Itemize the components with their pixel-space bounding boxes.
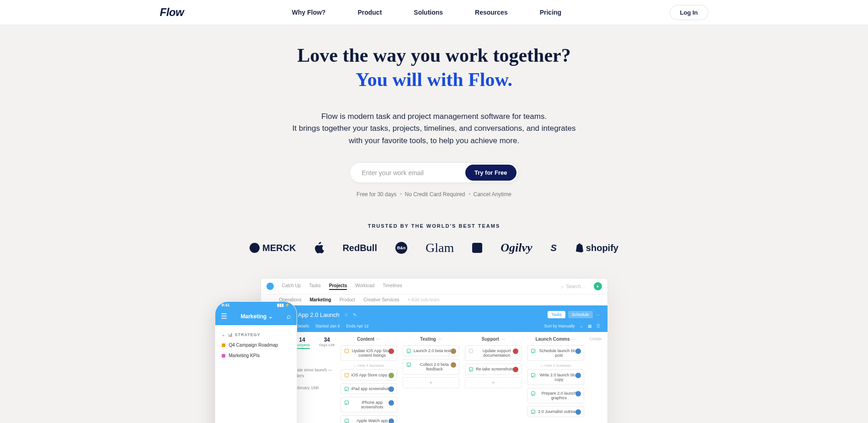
hero-headline: Love the way you work together? You will… <box>9 43 859 91</box>
tab-projects: Projects <box>329 283 347 290</box>
meta-started: Started Jan 8 <box>315 324 340 328</box>
hero: Love the way you work together? You will… <box>0 25 868 423</box>
subtask-header: — Hide 4 Subtasks <box>341 364 397 368</box>
more-icon: ⋯ <box>596 312 600 317</box>
phone-mockup: 9:41 ▮▮▮ ⚡ ☰ Marketing ⌄ ⌕ ⌄ 📊 STRATEGY … <box>215 301 297 423</box>
brand-shopify: shopify <box>575 243 618 253</box>
task-card: ✓Collect 2.0 beta feedback <box>403 359 459 375</box>
hero-desc-1: Flow is modern task and project manageme… <box>293 111 576 123</box>
task-card: ✓Prepare 2.0 launch graphics <box>527 388 584 403</box>
hero-line1: Love the way you work together? <box>297 45 570 66</box>
phone-item: Marketing KPIs <box>222 350 290 361</box>
kanban-body: 7In Progress 14Complete 34Days Left 2 ta… <box>261 332 607 423</box>
app-logo-icon <box>266 283 274 290</box>
brand-logos: MERCK RedBull B&o Glam Ogilvy S shopify <box>9 241 859 255</box>
phone-section: ⌄ 📊 STRATEGY <box>222 332 290 337</box>
login-button[interactable]: Log In <box>670 5 708 20</box>
nav-solutions[interactable]: Solutions <box>414 9 443 16</box>
col-title-content: Content ⋯ <box>341 337 397 342</box>
task-card: iOS App Store copy <box>341 369 397 380</box>
search-icon: ⌕ <box>561 284 564 289</box>
subtab-product: Product <box>340 297 355 302</box>
task-card: ✓iPhone app screenshots <box>341 397 397 412</box>
hero-line2: You will with Flow. <box>356 69 512 90</box>
create-column: Create <box>590 337 602 341</box>
app-tabs: Catch Up Tasks Projects Workload Timelin… <box>282 283 402 290</box>
sub-free-30: Free for 30 days <box>357 191 396 198</box>
sub-cancel: Cancel Anytime <box>474 191 511 198</box>
hero-desc-2: It brings together your tasks, projects,… <box>293 123 576 147</box>
search-icon: ⌕ <box>287 312 291 321</box>
search-placeholder: Search… <box>566 284 586 289</box>
edit-icon: ✎ <box>353 312 357 317</box>
signup-subline: Free for 30 days No Credit Card Required… <box>9 191 859 198</box>
menu-icon: ☰ <box>221 312 227 321</box>
nav-pricing[interactable]: Pricing <box>540 9 561 16</box>
subtab-creative: Creative Services <box>363 297 399 302</box>
column-support: Support ⋯ Update support documentation ✓… <box>465 337 522 388</box>
meta-ends: Ends Apr 12 <box>346 324 369 328</box>
sort-label: Sort by Manually <box>544 324 575 328</box>
task-card: Update iOS App Store content listings <box>341 345 397 361</box>
phone-item: Q4 Campaign Roadmap <box>222 340 290 350</box>
view-schedule: Schedule <box>568 311 593 318</box>
brand-ogilvy: Ogilvy <box>501 241 532 255</box>
email-signup-row: Try for Free <box>350 162 519 183</box>
subtab-add: + Add sub-team <box>407 297 439 302</box>
chevron-down-icon: ⌄ <box>580 324 583 328</box>
task-card: ✓Launch 2.0 beta test <box>403 345 459 356</box>
task-card: ✓Write 2.0 launch blog copy <box>527 369 584 385</box>
chevron-down-icon: ⌄ <box>268 313 273 320</box>
phone-statusbar: 9:41 ▮▮▮ ⚡ <box>215 302 297 308</box>
nav-resources[interactable]: Resources <box>475 9 508 16</box>
app-screenshot: Catch Up Tasks Projects Workload Timelin… <box>261 278 608 423</box>
col-title-support: Support ⋯ <box>465 337 522 342</box>
column-launch: Launch Comms ⋯ ✓Schedule launch blog pos… <box>527 337 584 420</box>
try-free-button[interactable]: Try for Free <box>465 165 517 181</box>
view-list-icon: ☰ <box>596 324 600 328</box>
tab-tasks: Tasks <box>309 283 321 290</box>
tab-catchup: Catch Up <box>282 283 301 290</box>
brand-redbull: RedBull <box>342 243 377 253</box>
task-card: ✓2.0 Journalist outreach <box>527 406 584 417</box>
star-icon: ☆ <box>344 312 348 317</box>
app-topbar: Catch Up Tasks Projects Workload Timelin… <box>261 278 607 294</box>
app-search: ⌕ Search… <box>561 284 586 289</box>
task-card: ✓Schedule launch blog post <box>527 345 584 361</box>
subtask-header: — Hide 2 Subtasks <box>527 364 584 368</box>
brand-apple <box>314 242 324 254</box>
app-subtabs: Operations Marketing Product Creative Se… <box>261 294 607 305</box>
column-testing: Testing ⋯ ✓Launch 2.0 beta test ✓Collect… <box>403 337 459 388</box>
brand-subway: S <box>550 243 556 253</box>
tab-timelines: Timelines <box>383 283 402 290</box>
phone-time: 9:41 <box>222 303 230 307</box>
stat-daysleft: 34Days Left <box>319 337 335 349</box>
view-tasks: Tasks <box>548 311 565 318</box>
hero-description: Flow is modern task and project manageme… <box>293 111 576 147</box>
logo[interactable]: Flow <box>160 6 184 19</box>
trusted-section: TRUSTED BY THE WORLD'S BEST TEAMS MERCK … <box>9 223 859 255</box>
brand-carhartt <box>472 243 482 253</box>
col-title-testing: Testing ⋯ <box>403 337 459 342</box>
task-card: ✓iPad app screenshots <box>341 383 397 394</box>
add-button: + <box>594 282 602 290</box>
signal-icon: ▮▮▮ ⚡ <box>277 303 290 307</box>
project-meta: ‹ Hide Details Started Jan 8 Ends Apr 12… <box>261 324 607 332</box>
project-banner: ← Mobile App 2.0 Launch ☆ ✎ Tasks Schedu… <box>261 305 607 324</box>
view-grid-icon: ▦ <box>588 324 592 328</box>
phone-title: Marketing <box>240 313 266 320</box>
chevron-down-icon: ⌄ <box>222 332 226 337</box>
col-title-launch: Launch Comms ⋯ <box>527 337 584 342</box>
add-card: + <box>403 377 459 388</box>
sub-no-cc: No Credit Card Required <box>405 191 465 198</box>
tab-workload: Workload <box>355 283 374 290</box>
nav-why-flow[interactable]: Why Flow? <box>292 9 326 16</box>
column-content: Content ⋯ Update iOS App Store content l… <box>341 337 397 423</box>
email-input[interactable] <box>362 169 465 177</box>
subtab-marketing: Marketing <box>309 297 331 302</box>
site-header: Flow Why Flow? Product Solutions Resourc… <box>0 0 868 25</box>
task-card: Update support documentation <box>465 345 522 361</box>
nav-product[interactable]: Product <box>357 9 382 16</box>
brand-glam: Glam <box>426 241 454 255</box>
main-nav: Why Flow? Product Solutions Resources Pr… <box>292 9 562 16</box>
